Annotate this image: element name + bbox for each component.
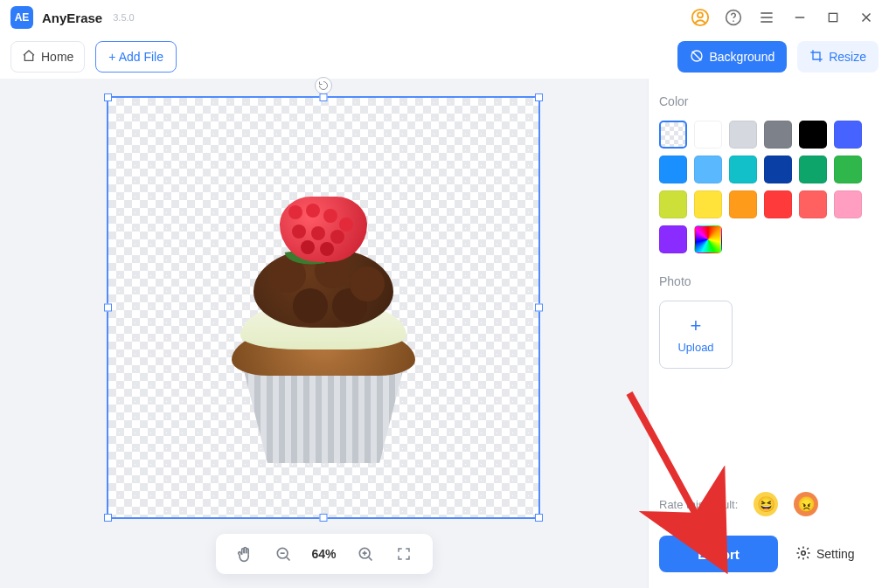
add-file-button[interactable]: + Add File — [95, 41, 177, 73]
user-icon[interactable] — [688, 5, 712, 30]
zoom-in-icon[interactable] — [356, 544, 375, 564]
main: 64% Color Photo + Upload Rate this resul… — [0, 79, 889, 588]
color-swatch-yellow[interactable] — [694, 190, 722, 218]
rotate-handle-icon[interactable] — [315, 77, 332, 94]
color-swatch-white[interactable] — [694, 121, 722, 149]
upload-photo-button[interactable]: + Upload — [659, 301, 733, 369]
toolbar: Home + Add File Background Resize — [0, 35, 889, 79]
color-swatch-lightgray[interactable] — [729, 121, 757, 149]
handle-mid-left[interactable] — [104, 304, 112, 312]
help-icon[interactable] — [721, 5, 746, 30]
color-swatch-gray[interactable] — [764, 121, 792, 149]
app-name: AnyErase — [42, 10, 102, 25]
svg-point-8 — [802, 550, 806, 555]
zoom-out-icon[interactable] — [273, 544, 292, 564]
export-button[interactable]: Export — [659, 536, 778, 572]
background-icon — [690, 49, 704, 66]
color-swatch-green[interactable] — [799, 156, 827, 183]
rate-sad-icon[interactable]: 😠 — [794, 492, 818, 516]
color-section-label: Color — [659, 94, 879, 108]
resize-label: Resize — [829, 50, 866, 64]
home-button[interactable]: Home — [10, 41, 85, 73]
color-swatch-navy[interactable] — [764, 156, 792, 183]
color-swatch-transparent[interactable] — [659, 121, 687, 149]
handle-bottom-left[interactable] — [104, 514, 112, 522]
rate-label: Rate this result: — [659, 498, 738, 511]
handle-bottom-mid[interactable] — [320, 514, 328, 522]
color-swatch-green2[interactable] — [834, 156, 862, 183]
color-swatch-orange[interactable] — [729, 190, 757, 218]
close-icon[interactable] — [854, 5, 879, 30]
upload-label: Upload — [677, 341, 713, 354]
minimize-icon[interactable] — [788, 5, 812, 30]
color-swatch-skyblue[interactable] — [659, 156, 687, 183]
resize-button[interactable]: Resize — [797, 41, 879, 73]
color-swatch-lime[interactable] — [659, 190, 687, 218]
svg-rect-4 — [829, 13, 837, 21]
image-canvas[interactable] — [107, 96, 540, 519]
color-swatch-rainbow[interactable] — [694, 225, 722, 253]
rate-happy-icon[interactable]: 😆 — [754, 492, 778, 516]
crop-icon — [809, 49, 823, 66]
svg-point-1 — [698, 12, 703, 17]
side-panel: Color Photo + Upload Rate this result: 😆… — [649, 79, 889, 588]
pan-hand-icon[interactable] — [234, 544, 254, 564]
zoom-toolbar: 64% — [215, 534, 432, 574]
canvas-area: 64% — [0, 79, 649, 588]
gear-icon — [795, 545, 811, 564]
color-swatch-teal[interactable] — [729, 156, 757, 183]
rate-row: Rate this result: 😆 😠 — [659, 492, 879, 516]
color-swatch-lightblue[interactable] — [694, 156, 722, 183]
plus-icon: + — [691, 316, 702, 336]
handle-bottom-right[interactable] — [535, 514, 543, 522]
handle-top-right[interactable] — [535, 93, 543, 101]
color-swatch-blue[interactable] — [834, 121, 862, 149]
titlebar: AE AnyErase 3.5.0 — [0, 0, 889, 35]
photo-section-label: Photo — [659, 274, 879, 288]
home-icon — [22, 49, 36, 66]
canvas-image[interactable] — [219, 218, 428, 463]
app-logo: AE — [10, 6, 33, 29]
maximize-icon[interactable] — [821, 5, 845, 30]
setting-button[interactable]: Setting — [795, 545, 855, 564]
svg-point-3 — [733, 20, 734, 22]
color-swatch-pink[interactable] — [834, 190, 862, 218]
add-file-label: + Add File — [108, 50, 163, 64]
app-version: 3.5.0 — [113, 12, 134, 23]
background-label: Background — [709, 50, 774, 64]
zoom-level: 64% — [311, 547, 336, 561]
background-button[interactable]: Background — [677, 41, 787, 73]
color-swatch-purple[interactable] — [659, 225, 687, 253]
color-swatch-black[interactable] — [799, 121, 827, 149]
handle-mid-right[interactable] — [535, 304, 543, 312]
home-label: Home — [41, 50, 73, 64]
menu-icon[interactable] — [754, 5, 779, 30]
export-label: Export — [698, 547, 740, 562]
color-swatch-red[interactable] — [764, 190, 792, 218]
setting-label: Setting — [816, 547, 855, 561]
color-swatches — [659, 121, 879, 253]
handle-top-mid[interactable] — [320, 93, 328, 101]
color-swatch-coral[interactable] — [799, 190, 827, 218]
fullscreen-icon[interactable] — [394, 544, 413, 564]
handle-top-left[interactable] — [104, 93, 112, 101]
